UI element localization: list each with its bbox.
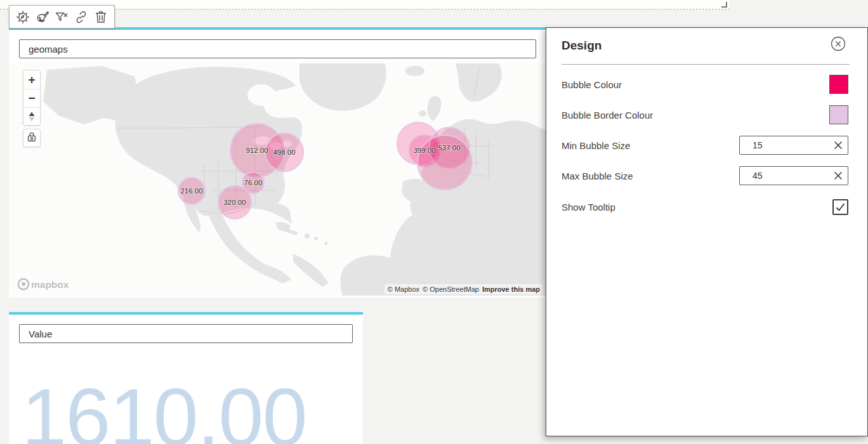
show-tooltip-row: Show Tooltip bbox=[562, 197, 848, 216]
min-bubble-size-label: Min Bubble Size bbox=[562, 140, 630, 151]
clear-min-size-icon[interactable] bbox=[833, 140, 843, 150]
max-bubble-size-input[interactable] bbox=[739, 166, 848, 185]
min-bubble-size-row: Min Bubble Size bbox=[562, 136, 848, 155]
bubble-value-label: 399.00 bbox=[413, 147, 435, 154]
mapbox-logo-text: mapbox bbox=[31, 279, 69, 290]
attribution-improve-link[interactable]: Improve this map bbox=[482, 285, 540, 293]
map-zoom-controls: + − bbox=[23, 70, 41, 126]
link-icon[interactable] bbox=[73, 9, 89, 25]
map-canvas[interactable]: 912.00498.0076.00216.00320.00399.00537.0… bbox=[9, 63, 546, 296]
bubble-value-label: 537.00 bbox=[438, 144, 460, 152]
min-bubble-size-input[interactable] bbox=[739, 136, 848, 155]
show-tooltip-label: Show Tooltip bbox=[562, 202, 615, 212]
bubble-value-label: 216.00 bbox=[180, 187, 202, 195]
design-panel-title: Design bbox=[562, 39, 602, 53]
world-map: 912.00498.0076.00216.00320.00399.00537.0… bbox=[9, 63, 546, 296]
bubble-value-label: 76.00 bbox=[244, 179, 263, 186]
attribution-mapbox-link[interactable]: © Mapbox bbox=[388, 285, 419, 293]
bubble-colour-label: Bubble Colour bbox=[562, 79, 622, 90]
show-tooltip-checkbox[interactable] bbox=[832, 199, 848, 215]
design-icon[interactable] bbox=[34, 9, 51, 25]
bubble-colour-swatch[interactable] bbox=[829, 75, 848, 94]
dashboard-canvas: 912.00498.0076.00216.00320.00399.00537.0… bbox=[0, 0, 868, 444]
bubble-border-colour-label: Bubble Border Colour bbox=[562, 110, 653, 121]
geomap-widget: 912.00498.0076.00216.00320.00399.00537.0… bbox=[9, 27, 546, 297]
value-widget-title-input[interactable] bbox=[19, 324, 353, 343]
bubble-value-label: 498.00 bbox=[273, 148, 295, 156]
lock-button[interactable] bbox=[23, 129, 41, 147]
bubble-border-colour-row: Bubble Border Colour bbox=[562, 105, 848, 124]
settings-icon[interactable] bbox=[15, 9, 31, 25]
delete-icon[interactable] bbox=[93, 9, 109, 25]
lock-icon bbox=[25, 131, 38, 146]
mapbox-logo[interactable]: mapbox bbox=[16, 277, 77, 292]
zoom-out-button[interactable]: − bbox=[23, 89, 40, 107]
max-bubble-size-row: Max Bubble Size bbox=[562, 166, 848, 185]
map-bubble[interactable] bbox=[418, 135, 472, 190]
design-panel: Design Bubble Colour Bubble Border Colou… bbox=[546, 27, 868, 436]
value-widget: 1610.00 bbox=[9, 312, 363, 444]
clear-max-size-icon[interactable] bbox=[833, 171, 843, 181]
bubble-colour-row: Bubble Colour bbox=[562, 75, 848, 94]
bubble-border-colour-swatch[interactable] bbox=[829, 105, 848, 124]
close-panel-button[interactable] bbox=[831, 36, 846, 51]
compass-icon bbox=[26, 111, 37, 122]
panel-divider bbox=[562, 64, 850, 65]
compass-button[interactable] bbox=[23, 107, 40, 126]
kpi-value: 1610.00 bbox=[22, 370, 306, 444]
zoom-in-button[interactable]: + bbox=[23, 70, 40, 89]
resize-handle-icon[interactable] bbox=[721, 2, 727, 8]
bubble-value-label: 320.00 bbox=[223, 199, 246, 206]
attribution-osm-link[interactable]: © OpenStreetMap bbox=[423, 285, 479, 293]
bubble-value-label: 912.00 bbox=[246, 147, 268, 154]
map-attribution: © Mapbox © OpenStreetMap Improve this ma… bbox=[385, 284, 543, 294]
widget-toolbar bbox=[9, 5, 115, 29]
clear-filter-icon[interactable] bbox=[53, 9, 70, 25]
widget-title-input[interactable] bbox=[19, 39, 536, 58]
max-bubble-size-label: Max Bubble Size bbox=[562, 171, 633, 181]
